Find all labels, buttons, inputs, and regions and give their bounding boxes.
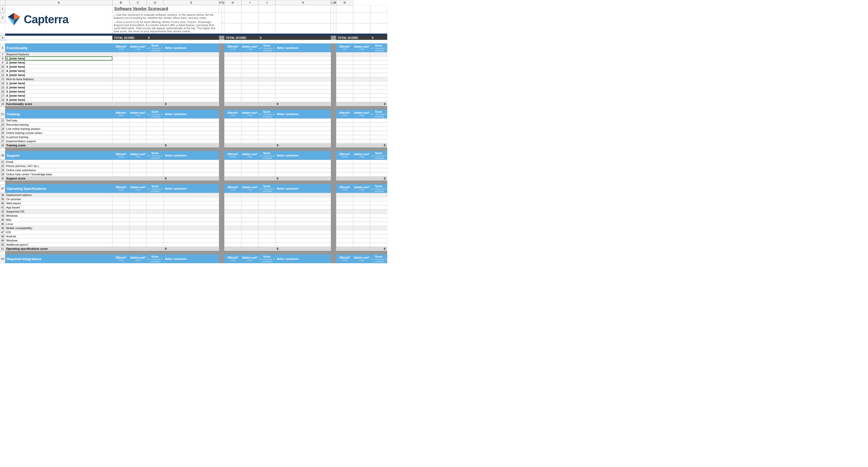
data-cell[interactable] xyxy=(275,127,331,131)
data-cell[interactable] xyxy=(241,123,258,127)
data-cell[interactable] xyxy=(241,230,258,234)
cell-blank[interactable] xyxy=(353,23,370,34)
data-cell[interactable] xyxy=(224,168,241,172)
data-cell[interactable] xyxy=(258,69,275,73)
data-cell[interactable] xyxy=(275,164,331,168)
data-cell[interactable] xyxy=(275,135,331,139)
data-cell[interactable] xyxy=(113,193,129,197)
data-cell[interactable] xyxy=(147,218,163,222)
data-cell[interactable] xyxy=(129,131,147,135)
data-cell[interactable] xyxy=(258,89,275,94)
row-header[interactable]: 28 xyxy=(0,143,5,147)
data-cell[interactable] xyxy=(224,242,241,247)
data-cell[interactable] xyxy=(147,118,163,123)
row-header[interactable]: 50 xyxy=(0,242,5,247)
data-cell[interactable] xyxy=(258,160,275,164)
data-cell[interactable] xyxy=(113,127,129,131)
data-cell[interactable] xyxy=(241,139,258,143)
data-cell[interactable] xyxy=(129,85,147,89)
data-cell[interactable] xyxy=(336,197,353,201)
row-label[interactable]: 1. [enter here] xyxy=(5,56,113,60)
data-cell[interactable] xyxy=(241,98,258,102)
data-cell[interactable] xyxy=(370,77,387,81)
data-cell[interactable] xyxy=(129,238,147,242)
data-cell[interactable] xyxy=(353,205,370,209)
row-header[interactable]: 43 xyxy=(0,213,5,218)
cell-blank[interactable] xyxy=(275,12,331,23)
data-cell[interactable] xyxy=(353,81,370,85)
data-cell[interactable] xyxy=(336,94,353,98)
data-cell[interactable] xyxy=(336,81,353,85)
data-cell[interactable] xyxy=(147,226,163,230)
data-cell[interactable] xyxy=(163,60,219,65)
data-cell[interactable] xyxy=(224,193,241,197)
row-header[interactable]: 8 xyxy=(0,56,5,60)
data-cell[interactable] xyxy=(113,164,129,168)
row-label[interactable]: Phone (toll-free, 24/7 etc.) xyxy=(5,164,113,168)
data-cell[interactable] xyxy=(224,69,241,73)
data-cell[interactable] xyxy=(353,56,370,60)
data-cell[interactable] xyxy=(113,197,129,201)
data-cell[interactable] xyxy=(113,234,129,238)
data-cell[interactable] xyxy=(258,230,275,234)
data-cell[interactable] xyxy=(163,230,219,234)
col-header-J[interactable]: J xyxy=(258,0,275,5)
data-cell[interactable] xyxy=(353,73,370,77)
data-cell[interactable] xyxy=(353,222,370,226)
data-cell[interactable] xyxy=(129,139,147,143)
data-cell[interactable] xyxy=(275,85,331,89)
data-cell[interactable] xyxy=(129,218,147,222)
data-cell[interactable] xyxy=(224,77,241,81)
data-cell[interactable] xyxy=(353,213,370,218)
cell-blank[interactable] xyxy=(113,40,129,43)
row-header[interactable]: 47 xyxy=(0,230,5,234)
data-cell[interactable] xyxy=(336,168,353,172)
data-cell[interactable] xyxy=(147,89,163,94)
data-cell[interactable] xyxy=(353,197,370,201)
cell-blank[interactable] xyxy=(222,12,224,23)
data-cell[interactable] xyxy=(370,209,387,213)
row-label[interactable]: 3. [enter here] xyxy=(5,89,113,94)
data-cell[interactable] xyxy=(147,131,163,135)
row-header[interactable]: 11 xyxy=(0,69,5,73)
row-header[interactable]: 53 xyxy=(0,255,5,263)
data-cell[interactable] xyxy=(353,201,370,205)
cell-blank[interactable] xyxy=(129,40,147,43)
row-header[interactable]: 9 xyxy=(0,60,5,65)
data-cell[interactable] xyxy=(113,139,129,143)
data-cell[interactable] xyxy=(258,197,275,201)
data-cell[interactable] xyxy=(353,242,370,247)
col-header-G[interactable]: G xyxy=(222,0,224,5)
data-cell[interactable] xyxy=(129,230,147,234)
data-cell[interactable] xyxy=(163,238,219,242)
data-cell[interactable] xyxy=(147,139,163,143)
data-cell[interactable] xyxy=(224,73,241,77)
data-cell[interactable] xyxy=(353,52,370,56)
data-cell[interactable] xyxy=(147,81,163,85)
data-cell[interactable] xyxy=(241,127,258,131)
data-cell[interactable] xyxy=(258,222,275,226)
row-label[interactable]: Recorded training xyxy=(5,123,113,127)
data-cell[interactable] xyxy=(370,65,387,69)
data-cell[interactable] xyxy=(336,222,353,226)
data-cell[interactable] xyxy=(241,89,258,94)
data-cell[interactable] xyxy=(258,234,275,238)
data-cell[interactable] xyxy=(147,135,163,139)
data-cell[interactable] xyxy=(224,234,241,238)
data-cell[interactable] xyxy=(370,222,387,226)
row-label[interactable]: Required features: xyxy=(5,52,113,56)
data-cell[interactable] xyxy=(336,73,353,77)
data-cell[interactable] xyxy=(353,69,370,73)
data-cell[interactable] xyxy=(275,65,331,69)
data-cell[interactable] xyxy=(258,209,275,213)
row-header-5[interactable] xyxy=(0,40,5,41)
row-header[interactable]: 26 xyxy=(0,135,5,139)
data-cell[interactable] xyxy=(370,69,387,73)
data-cell[interactable] xyxy=(258,205,275,209)
data-cell[interactable] xyxy=(129,226,147,230)
data-cell[interactable] xyxy=(129,77,147,81)
data-cell[interactable] xyxy=(129,118,147,123)
data-cell[interactable] xyxy=(147,222,163,226)
data-cell[interactable] xyxy=(129,127,147,131)
cell-blank[interactable] xyxy=(222,23,224,34)
